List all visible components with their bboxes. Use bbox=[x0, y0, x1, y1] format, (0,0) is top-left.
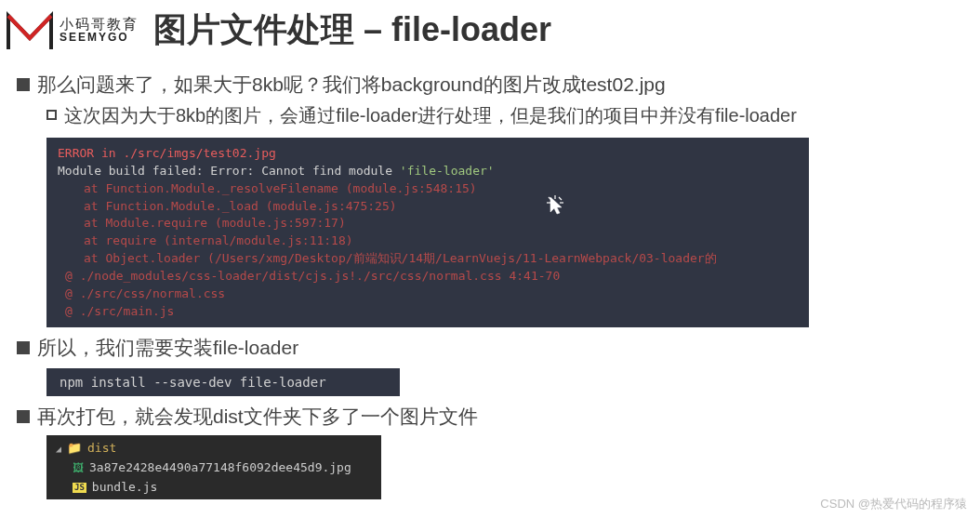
bullet-1-text: 那么问题来了，如果大于8kb呢？我们将background的图片改成test02… bbox=[37, 72, 666, 98]
stack-trace-line: at Module.require (module.js:597:17) bbox=[58, 215, 798, 232]
cursor-icon bbox=[547, 195, 565, 222]
content: 那么问题来了，如果大于8kb呢？我们将background的图片改成test02… bbox=[0, 60, 980, 503]
tree-root-row: ◢ 📁 dist bbox=[56, 439, 372, 458]
folder-icon: 📁 bbox=[67, 439, 82, 458]
stack-at-line: @ ./src/main.js bbox=[58, 303, 798, 321]
bullet-marker-icon bbox=[17, 78, 30, 91]
bullet-3-text: 再次打包，就会发现dist文件夹下多了一个图片文件 bbox=[37, 404, 478, 430]
tree-file-row: JS bundle.js bbox=[56, 478, 372, 498]
bullet-1: 那么问题来了，如果大于8kb呢？我们将background的图片改成test02… bbox=[17, 72, 963, 98]
logo: 小码哥教育 SEEMYGO bbox=[6, 10, 139, 51]
stack-trace-line: at Function.Module._load (module.js:475:… bbox=[58, 198, 798, 216]
js-file-name: bundle.js bbox=[92, 478, 157, 498]
bullet-1-sub-text: 这次因为大于8kb的图片，会通过file-loader进行处理，但是我们的项目中… bbox=[64, 103, 797, 128]
page-title: 图片文件处理 – file-loader bbox=[153, 7, 551, 53]
bullet-marker-icon bbox=[17, 341, 30, 354]
logo-cn-text: 小码哥教育 bbox=[60, 17, 139, 33]
error-msg-prefix: Module build failed: Error: Cannot find … bbox=[58, 164, 400, 178]
stack-trace-line: at Object.loader (/Users/xmg/Desktop/前端知… bbox=[58, 250, 798, 268]
image-file-name: 3a87e2428e4490a77148f6092dee45d9.jpg bbox=[89, 458, 351, 478]
image-file-icon: 🖼 bbox=[73, 459, 84, 477]
bullet-2: 所以，我们需要安装file-loader bbox=[17, 335, 963, 361]
file-tree: ◢ 📁 dist 🖼 3a87e2428e4490a77148f6092dee4… bbox=[46, 435, 381, 498]
logo-en-text: SEEMYGO bbox=[60, 32, 139, 44]
sub-bullet-marker-icon bbox=[46, 110, 57, 120]
error-header: ERROR in ./src/imgs/test02.jpg bbox=[58, 145, 798, 163]
header: 小码哥教育 SEEMYGO 图片文件处理 – file-loader bbox=[0, 0, 980, 60]
error-message: Module build failed: Error: Cannot find … bbox=[58, 163, 798, 180]
bullet-marker-icon bbox=[17, 410, 30, 423]
install-command: npm install --save-dev file-loader bbox=[60, 375, 326, 390]
stack-at-line: @ ./node_modules/css-loader/dist/cjs.js!… bbox=[58, 268, 798, 286]
chevron-down-icon: ◢ bbox=[56, 442, 61, 457]
install-terminal: npm install --save-dev file-loader bbox=[46, 368, 400, 396]
folder-name: dist bbox=[87, 439, 116, 458]
error-module-name: 'file-loader' bbox=[400, 164, 495, 178]
bullet-1-sub: 这次因为大于8kb的图片，会通过file-loader进行处理，但是我们的项目中… bbox=[46, 103, 963, 128]
stack-at-line: @ ./src/css/normal.css bbox=[58, 286, 798, 303]
js-file-icon: JS bbox=[73, 483, 86, 493]
svg-line-4 bbox=[559, 197, 562, 200]
bullet-3: 再次打包，就会发现dist文件夹下多了一个图片文件 bbox=[17, 404, 963, 430]
logo-icon bbox=[6, 10, 54, 51]
tree-file-row: 🖼 3a87e2428e4490a77148f6092dee45d9.jpg bbox=[56, 458, 372, 478]
stack-trace-line: at Function.Module._resolveFilename (mod… bbox=[58, 180, 798, 198]
bullet-2-text: 所以，我们需要安装file-loader bbox=[37, 335, 298, 361]
error-terminal: ERROR in ./src/imgs/test02.jpg Module bu… bbox=[46, 138, 809, 327]
watermark: CSDN @热爱代码的程序猿 bbox=[820, 496, 967, 512]
stack-trace-line: at require (internal/module.js:11:18) bbox=[58, 232, 798, 250]
